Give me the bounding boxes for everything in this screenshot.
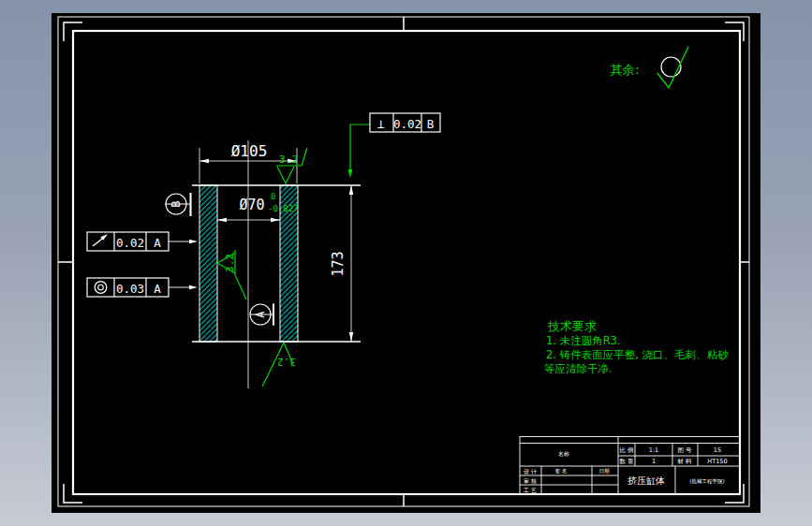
dim-height-label: 173 [330,251,347,276]
roughness-bore-value: 3.2 [224,254,236,272]
datum-outer-letter: B [170,200,183,207]
design-label: 设 计 [524,468,537,475]
roughness-top-value: 3.2 [279,153,298,166]
org-name: (机械工程学院) [689,478,724,485]
drawing-canvas[interactable]: Ø105 Ø70 0 -0.027 173 ⊥ 0.02 B 0.02 A [0,0,812,526]
bore-tolerance-lower: -0.027 [268,204,299,213]
quantity-label: 数 量 [618,458,634,465]
fcf-perpendicularity-value: 0.02 [393,117,421,131]
tech-requirements-line2: 2. 铸件表面应平整, 浇口、毛刺、粘砂 [546,348,729,361]
check-label: 审 核 [524,477,537,484]
left-wall-hatch [199,185,217,342]
drawing-no-value: 15 [714,446,721,454]
datum-bore-letter: A [254,311,267,318]
quantity-value: 1 [652,458,656,465]
signature-label: 签 名 [555,468,568,475]
dim-bore-diameter-label: Ø70 [239,197,264,213]
model-space [52,13,760,513]
tech-requirements-line3: 等应清除干净. [544,362,613,375]
fcf-concentricity-datum: A [154,282,161,296]
date-label: 日期 [599,468,611,475]
part-name: 挤压缸体 [627,475,665,486]
drawing-no-label: 图 号 [677,446,692,454]
default-roughness-label: 其余: [610,62,640,77]
dim-outer-diameter-label: Ø105 [231,142,268,160]
fcf-concentricity-value: 0.03 [116,282,144,296]
fcf-runout-datum: A [154,236,161,250]
bore-tolerance-upper: 0 [271,192,275,201]
title-block-name-cell: 名称 [558,450,569,458]
cad-viewport: Ø105 Ø70 0 -0.027 173 ⊥ 0.02 B 0.02 A [0,0,812,526]
process-label: 工 艺 [524,487,537,493]
scale-value: 1:1 [649,446,658,454]
material-label: 材 料 [676,458,692,465]
roughness-bottom-value: 3.2 [277,356,296,368]
tech-requirements-title: 技术要求 [547,319,597,333]
fcf-runout-value: 0.02 [116,236,144,250]
tech-requirements-line1: 1. 未注圆角R3. [546,334,621,347]
fcf-perpendicularity-datum: B [427,117,435,131]
material-value: HT150 [707,458,727,465]
scale-label: 比 例 [619,446,633,454]
perpendicularity-icon: ⊥ [377,117,385,131]
